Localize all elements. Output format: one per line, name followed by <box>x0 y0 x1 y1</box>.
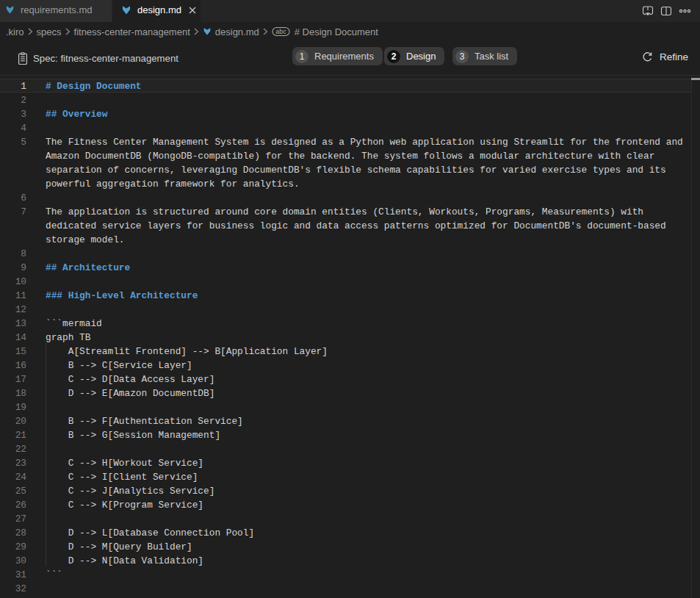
svg-text:abc: abc <box>275 28 286 35</box>
